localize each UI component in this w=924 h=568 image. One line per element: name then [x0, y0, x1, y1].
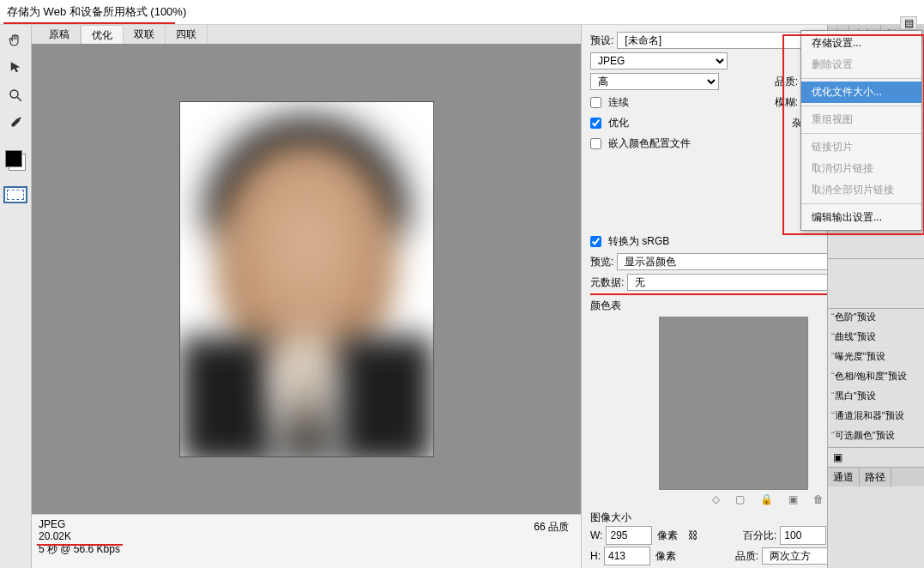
optimize-checkbox[interactable]: [590, 118, 601, 129]
tab-optimized[interactable]: 优化: [81, 25, 124, 44]
color-table-label: 颜色表: [590, 299, 839, 313]
progressive-label: 连续: [608, 95, 629, 110]
metadata-label: 元数据:: [590, 275, 624, 290]
flyout-menu-trigger[interactable]: ▤: [900, 16, 917, 30]
color-table-box[interactable]: [659, 317, 808, 490]
w-unit: 像素: [657, 529, 678, 543]
zoom-tool[interactable]: [5, 85, 26, 106]
eyedropper-icon: [8, 115, 23, 130]
progressive-checkbox[interactable]: [590, 97, 601, 108]
preview-image: [180, 102, 433, 456]
ct-icon-new[interactable]: ▣: [788, 493, 798, 505]
side-tab-channels[interactable]: 通道: [828, 468, 860, 486]
preview-canvas[interactable]: [32, 44, 581, 514]
adjustments-panel: 色阶"预设 曲线"预设 曝光度"预设 色相/饱和度"预设 黑白"预设 通道混和器…: [828, 308, 924, 486]
w-label: W:: [590, 529, 602, 541]
menu-unlink-all: 取消全部切片链接: [801, 179, 921, 201]
pointer-icon: [8, 60, 23, 76]
zoom-icon: [8, 88, 23, 103]
slice-select-tool[interactable]: [5, 57, 26, 78]
preview-color-select[interactable]: 显示器颜色: [617, 253, 839, 270]
tool-strip: [0, 25, 32, 568]
tab-2up[interactable]: 双联: [124, 25, 166, 44]
adj-preset[interactable]: 通道混和器"预设: [828, 408, 924, 427]
color-swatches[interactable]: [5, 150, 26, 171]
svg-point-0: [10, 90, 18, 98]
ct-icon-trash[interactable]: 🗑: [813, 493, 824, 505]
optimize-label: 优化: [608, 116, 629, 130]
width-input[interactable]: [606, 526, 652, 545]
status-format: JPEG: [39, 518, 574, 530]
menu-unlink-slice: 取消切片链接: [801, 158, 921, 179]
menu-delete-settings: 删除设置: [801, 54, 921, 76]
convert-srgb-label: 转换为 sRGB: [608, 234, 669, 249]
convert-srgb-checkbox[interactable]: [590, 236, 601, 247]
adj-preset[interactable]: 色相/饱和度"预设: [828, 368, 924, 388]
metadata-select[interactable]: 无: [627, 274, 839, 291]
menu-edit-output[interactable]: 编辑输出设置...: [801, 207, 921, 228]
adj-preset[interactable]: 曲线"预设: [828, 329, 924, 348]
image-size-label: 图像大小: [590, 511, 839, 525]
adj-new-icon[interactable]: ▣: [833, 451, 842, 463]
window-titlebar: 存储为 Web 和设备所用格式 (100%): [0, 0, 924, 25]
status-filesize: 20.02K: [39, 530, 574, 542]
quality-preset-select[interactable]: 高: [590, 73, 719, 90]
format-select[interactable]: JPEG: [590, 52, 728, 69]
preview-pane: 原稿 优化 双联 四联 JPEG 20.02K 5 秒 @ 56.6 Kbps …: [32, 25, 581, 568]
status-quality: 66 品质: [534, 520, 569, 535]
adj-preset[interactable]: 可选颜色"预设: [828, 427, 924, 447]
annotation-underline: [37, 544, 123, 546]
adj-preset[interactable]: 曝光度"预设: [828, 348, 924, 368]
link-icon[interactable]: ⛓: [688, 529, 698, 541]
preset-select[interactable]: [未命名]: [617, 32, 820, 49]
blur-label: 模糊:: [775, 95, 798, 110]
preview-tabs: 原稿 优化 双联 四联: [32, 25, 581, 44]
tab-4up[interactable]: 四联: [166, 25, 208, 44]
menu-optimize-filesize[interactable]: 优化文件大小...: [801, 82, 921, 103]
flyout-menu: 存储设置... 删除设置 优化文件大小... 重组视图 链接切片 取消切片链接 …: [800, 30, 922, 231]
hand-tool[interactable]: [5, 30, 26, 51]
ct-icon-diamond[interactable]: ◇: [712, 493, 720, 505]
percent-label: 百分比:: [743, 529, 776, 543]
menu-save-settings[interactable]: 存储设置...: [801, 33, 921, 54]
window-title: 存储为 Web 和设备所用格式 (100%): [7, 5, 186, 18]
eyedropper-tool[interactable]: [5, 112, 26, 133]
foreground-swatch[interactable]: [5, 150, 22, 167]
svg-line-1: [17, 97, 21, 101]
slice-visibility-toggle[interactable]: [3, 186, 27, 203]
ct-icon-lock[interactable]: 🔒: [760, 493, 773, 505]
side-tab-paths[interactable]: 路径: [860, 468, 891, 486]
tab-original[interactable]: 原稿: [39, 25, 81, 44]
percent-input[interactable]: [780, 526, 826, 545]
menu-link-slice: 链接切片: [801, 136, 921, 158]
quality-label: 品质:: [775, 75, 798, 89]
adj-preset[interactable]: 色阶"预设: [828, 309, 924, 329]
hand-icon: [8, 33, 23, 48]
h-label: H:: [590, 550, 601, 562]
adj-preset[interactable]: 黑白"预设: [828, 388, 924, 408]
resample-label: 品质:: [735, 549, 758, 564]
embed-profile-label: 嵌入颜色配置文件: [608, 136, 691, 151]
preview-label: 预览:: [590, 255, 613, 269]
annotation-underline: [3, 22, 175, 24]
menu-regroup-view: 重组视图: [801, 109, 921, 130]
height-input[interactable]: [604, 547, 650, 565]
embed-profile-checkbox[interactable]: [590, 138, 601, 149]
ct-icon-square[interactable]: ▢: [735, 493, 745, 505]
h-unit: 像素: [655, 549, 676, 564]
preset-label: 预设:: [590, 33, 613, 48]
preview-status-bar: JPEG 20.02K 5 秒 @ 56.6 Kbps 66 品质: [32, 514, 581, 568]
